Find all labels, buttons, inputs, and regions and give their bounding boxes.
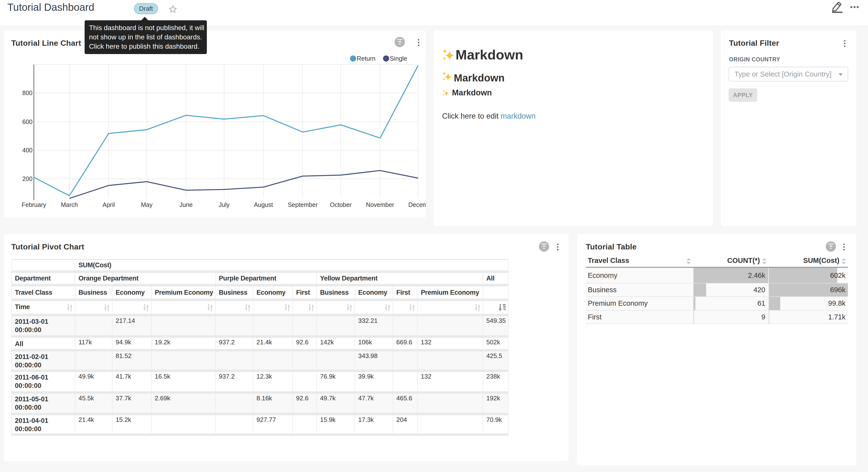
svg-text:September: September [288, 201, 318, 208]
svg-text:October: October [330, 201, 351, 208]
svg-text:Return: Return [357, 55, 376, 62]
svg-text:400: 400 [22, 147, 33, 154]
svg-text:April: April [102, 201, 115, 208]
svg-text:December: December [408, 201, 426, 208]
svg-text:200: 200 [22, 175, 33, 182]
svg-text:800: 800 [22, 89, 33, 96]
svg-text:November: November [366, 201, 394, 208]
svg-text:Single: Single [390, 55, 407, 62]
svg-text:600: 600 [22, 118, 33, 125]
svg-text:March: March [61, 201, 78, 208]
svg-text:June: June [180, 201, 193, 208]
svg-text:August: August [254, 201, 273, 208]
svg-text:July: July [219, 201, 229, 208]
svg-text:February: February [22, 201, 46, 208]
svg-text:May: May [141, 201, 153, 208]
